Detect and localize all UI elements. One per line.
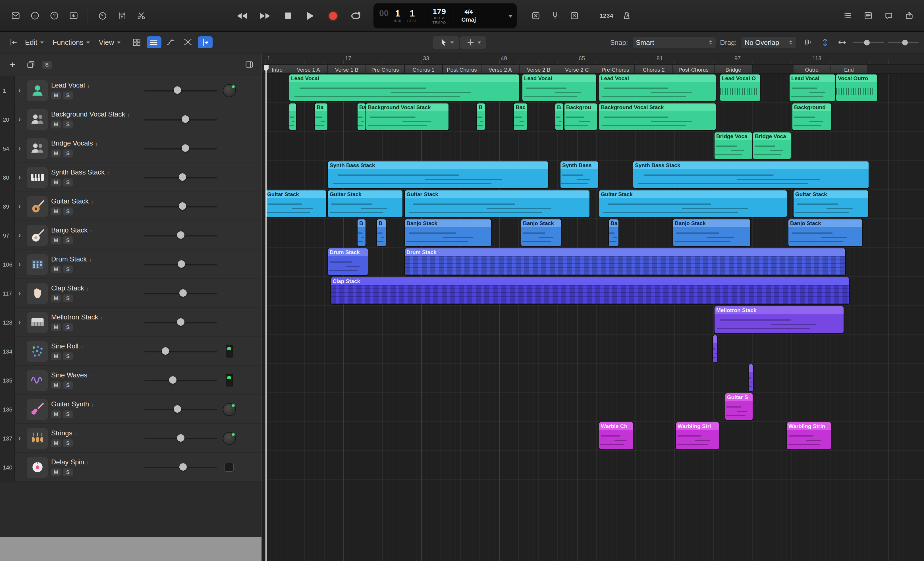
arrangement-marker[interactable]: Chorus 2	[635, 65, 673, 74]
track-lane[interactable]: Bridge VocaBridge Voca	[266, 132, 924, 161]
disclosure-chevron[interactable]: ›	[16, 86, 23, 94]
region[interactable]: Background Vocal Stack	[599, 104, 716, 130]
region[interactable]: Ba	[315, 104, 327, 130]
add-track-button[interactable]: +	[6, 58, 20, 71]
track-lane[interactable]: Synth Bass StackSynth BassSynth Bass Sta…	[266, 161, 924, 190]
left-click-tool-menu[interactable]	[433, 36, 459, 49]
region[interactable]: Lead Vocal O	[720, 75, 760, 101]
people-icon[interactable]	[27, 109, 48, 130]
hand-icon[interactable]	[27, 283, 48, 304]
lcd-chevron-icon[interactable]	[508, 15, 513, 17]
mute-button[interactable]: M	[51, 294, 61, 302]
region[interactable]: Lead Vocal	[522, 75, 596, 101]
track-list-empty-area[interactable]	[0, 482, 261, 537]
disclosure-chevron[interactable]: ›	[16, 260, 23, 268]
horizontal-auto-zoom-icon[interactable]	[834, 36, 849, 48]
disclosure-chevron[interactable]: ›	[16, 231, 23, 239]
track-name[interactable]: Banjo Stack↕	[51, 226, 141, 234]
region[interactable]: Guitar S	[725, 393, 753, 420]
solo-button[interactable]: S	[63, 237, 73, 244]
solo-button[interactable]: S	[63, 92, 73, 99]
track-name[interactable]: Sine Waves↕	[51, 371, 141, 379]
volume-slider[interactable]	[144, 434, 217, 442]
view-menu[interactable]: View	[94, 36, 125, 49]
record-button[interactable]	[326, 9, 340, 22]
track-name[interactable]: Mellotron Stack↕	[51, 313, 141, 321]
solo-button[interactable]: S	[63, 178, 73, 186]
region[interactable]: Warbling Stri	[676, 422, 719, 449]
track-header[interactable]: 128›Mellotron Stack↕MS	[0, 308, 261, 337]
region[interactable]: Backgrou	[564, 104, 597, 130]
duplicate-track-button[interactable]	[24, 58, 38, 71]
region[interactable]: Clap Stack	[331, 278, 849, 304]
mute-button[interactable]: M	[51, 120, 61, 129]
mute-button[interactable]: M	[51, 440, 61, 447]
track-name[interactable]: Guitar Stack↕	[51, 197, 141, 205]
play-button[interactable]	[303, 9, 318, 22]
track-name[interactable]: Strings↕	[51, 429, 141, 437]
tuner-icon[interactable]	[546, 8, 563, 23]
command-click-tool-menu[interactable]	[460, 36, 486, 49]
library-icon[interactable]	[7, 8, 24, 23]
arrangement-marker[interactable]	[753, 65, 794, 74]
volume-slider[interactable]	[144, 376, 217, 384]
track-lane[interactable]	[266, 364, 924, 393]
volume-slider[interactable]	[144, 260, 217, 268]
solo-button[interactable]: S	[63, 410, 73, 418]
track-lane[interactable]: BBBanjo StackBanjo StackBaBanjo StackBan…	[266, 219, 924, 248]
automation-icon[interactable]	[164, 36, 178, 48]
volume-slider[interactable]	[144, 144, 217, 152]
track-header[interactable]: 106›Drum Stack↕MS	[0, 250, 261, 279]
quick-help-icon[interactable]: ?	[45, 8, 63, 23]
playhead[interactable]	[266, 65, 266, 561]
region[interactable]: Warble Ch	[599, 422, 633, 449]
waveform-zoom-icon[interactable]	[800, 36, 815, 48]
mute-button[interactable]: M	[51, 381, 61, 389]
track-lane[interactable]: Guitar S	[266, 393, 924, 422]
region[interactable]: Bridge Voca	[753, 132, 791, 159]
disclosure-chevron[interactable]: ›	[16, 202, 23, 210]
arrangement-marker[interactable]: Verse 1 A	[290, 65, 328, 74]
region[interactable]: Vocal Outro	[836, 75, 877, 101]
region[interactable]: Guitar Stack	[599, 190, 787, 217]
arrangement-marker[interactable]: Post-Chorus	[673, 65, 714, 74]
volume-slider[interactable]	[144, 202, 217, 210]
track-lane[interactable]: Mellotron Stack	[266, 306, 924, 335]
disclosure-chevron[interactable]: ›	[16, 144, 23, 152]
volume-slider[interactable]	[144, 347, 217, 355]
keys-icon[interactable]	[27, 167, 48, 188]
track-name[interactable]: Background Vocal Stack↕	[51, 110, 141, 118]
track-header[interactable]: 134Sine Roll↕MS	[0, 337, 261, 366]
arrangement-marker[interactable]: Verse 1 B	[328, 65, 366, 74]
note-pads-icon[interactable]	[860, 8, 876, 23]
vertical-zoom-slider[interactable]	[853, 39, 884, 46]
track-name[interactable]: Bridge Vocals↕	[51, 139, 141, 147]
track-header[interactable]: 117›Clap Stack↕MS	[0, 279, 261, 308]
volume-slider[interactable]	[144, 116, 217, 123]
track-header[interactable]: 97›Banjo Stack↕MS	[0, 221, 261, 250]
region[interactable]: Mellotron Stack	[714, 306, 844, 333]
region[interactable]: B	[477, 104, 485, 130]
region[interactable]: Lead Vocal	[599, 75, 716, 101]
wave-icon[interactable]	[27, 370, 48, 391]
region[interactable]: Guitar Stack	[794, 190, 868, 217]
solo-button[interactable]: S	[63, 207, 73, 215]
arrangement-marker[interactable]: Chorus 1	[405, 65, 443, 74]
region[interactable]: Banjo Stack	[788, 219, 862, 246]
track-name[interactable]: Clap Stack↕	[51, 284, 141, 292]
region[interactable]: Lead Vocal	[790, 75, 835, 101]
mute-button[interactable]: M	[51, 207, 61, 215]
solo-button[interactable]: S	[63, 266, 73, 273]
region[interactable]: Synth Bass	[561, 161, 598, 188]
count-in-button[interactable]: 1234	[597, 8, 616, 23]
mute-button[interactable]: M	[51, 468, 61, 476]
region[interactable]: Guitar Stack	[405, 190, 590, 217]
editors-icon[interactable]	[132, 8, 150, 23]
track-lane[interactable]	[266, 451, 924, 480]
mute-button[interactable]: M	[51, 410, 61, 418]
mixer-icon[interactable]	[113, 8, 130, 23]
track-header[interactable]: 80›Synth Bass Stack↕MS	[0, 163, 261, 192]
volume-slider[interactable]	[144, 231, 217, 239]
eguitar-icon[interactable]	[27, 399, 48, 420]
guitar-icon[interactable]	[27, 196, 48, 217]
